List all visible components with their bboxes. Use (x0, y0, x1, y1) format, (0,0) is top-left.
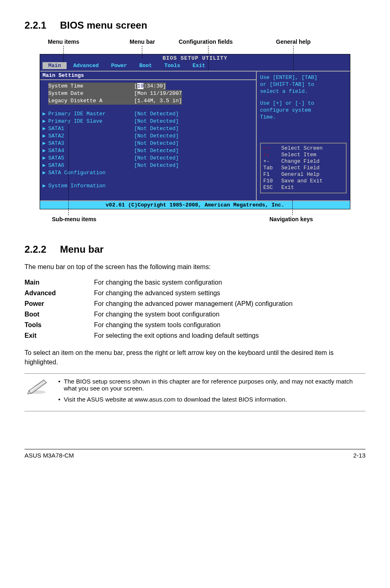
table-row: MainFor changing the basic system config… (25, 277, 365, 288)
chevron-right-icon: ▶ (43, 132, 48, 140)
footer-right: 2-13 (353, 452, 365, 459)
note-list: The BIOS setup screens shown in this cha… (56, 378, 364, 407)
list-item: Visit the ASUS website at www.asus.com t… (64, 396, 364, 403)
row-spacer (43, 177, 253, 182)
row-spacer (43, 105, 253, 110)
section-heading-1: 2.2.1 BIOS menu screen (25, 20, 365, 31)
chevron-right-icon: ▶ (43, 182, 48, 190)
footer-left: ASUS M3A78-CM (25, 452, 74, 459)
section2-intro: The menu bar on top of the screen has th… (25, 263, 365, 272)
row-sata3[interactable]: ▶SATA3[Not Detected] (43, 140, 253, 147)
table-row: ToolsFor changing the system tools confi… (25, 320, 365, 330)
row-sata5[interactable]: ▶SATA5[Not Detected] (43, 155, 253, 162)
chevron-right-icon: ▶ (43, 118, 48, 125)
chevron-right-icon: ▶ (43, 140, 48, 147)
tab-boot[interactable]: Boot (134, 62, 158, 69)
help-line: Use [+] or [-] to (260, 100, 347, 107)
bios-help-panel: Use [ENTER], [TAB] or [SHIFT-TAB] to sel… (256, 71, 350, 200)
tab-main[interactable]: Main (43, 62, 67, 69)
tab-exit[interactable]: Exit (187, 62, 211, 69)
shortcut-legend: ←→Select Screen ↑↓Select Item +-Change F… (260, 143, 347, 193)
section-title: BIOS menu screen (60, 20, 147, 31)
chevron-right-icon: ▶ (43, 162, 48, 169)
label-legacy: Legacy Diskette A (48, 97, 134, 105)
help-line: configure system (260, 107, 347, 114)
annot-sub-menu: Sub-menu items (52, 216, 96, 222)
row-legacy-diskette[interactable]: Legacy Diskette A[1.44M, 3.5 in] (43, 97, 253, 105)
help-line: or [SHIFT-TAB] to (260, 81, 347, 88)
chevron-right-icon: ▶ (43, 147, 48, 155)
arrows-ud-icon: ↑↓ (263, 152, 281, 158)
section-heading-2: 2.2.2 Menu bar (25, 244, 365, 255)
section-number: 2.2.1 (25, 20, 57, 31)
value-system-time: [19:34:30] (134, 83, 166, 90)
table-row: BootFor changing the system boot configu… (25, 309, 365, 320)
row-system-info[interactable]: ▶System Information (43, 182, 253, 190)
arrows-lr-icon: ←→ (263, 145, 281, 152)
bios-menubar: Main Advanced Power Boot Tools Exit (40, 62, 350, 71)
paragraph: To select an item on the menu bar, press… (25, 348, 365, 367)
chevron-right-icon: ▶ (43, 169, 48, 177)
annot-menu-items: Menu items (48, 38, 79, 45)
section-number: 2.2.2 (25, 244, 57, 255)
annot-general-help: General help (276, 38, 311, 45)
row-primary-ide-master[interactable]: ▶Primary IDE Master[Not Detected] (43, 110, 253, 118)
tab-advanced[interactable]: Advanced (67, 62, 104, 69)
help-line: Use [ENTER], [TAB] (260, 74, 347, 81)
table-row: AdvancedFor changing the advanced system… (25, 288, 365, 298)
tab-power[interactable]: Power (105, 62, 133, 69)
help-line: select a field. (260, 88, 347, 95)
pencil-icon (26, 378, 49, 395)
row-sata-config[interactable]: ▶SATA Configuration (43, 169, 253, 177)
bios-window: BIOS SETUP UTILITY Main Advanced Power B… (40, 54, 350, 209)
value-system-date: [Mon 11/19/2007 (134, 90, 182, 97)
annot-menu-bar: Menu bar (130, 38, 155, 45)
row-primary-ide-slave[interactable]: ▶Primary IDE Slave[Not Detected] (43, 118, 253, 125)
top-annotations: Menu items Menu bar Configuration fields… (40, 38, 350, 54)
help-line: Time. (260, 114, 347, 121)
row-system-time[interactable]: System Time[19:34:30] (43, 83, 253, 90)
tab-tools[interactable]: Tools (159, 62, 186, 69)
bios-footer: v02.61 (C)Copyright 1985-2008, American … (40, 200, 350, 209)
section-title: Menu bar (60, 244, 104, 255)
row-sata1[interactable]: ▶SATA1[Not Detected] (43, 125, 253, 132)
annot-nav-keys: Navigation keys (269, 216, 313, 222)
bios-title: BIOS SETUP UTILITY (40, 54, 350, 62)
row-sata6[interactable]: ▶SATA6[Not Detected] (43, 162, 253, 169)
label-system-time: System Time (48, 83, 134, 90)
chevron-right-icon: ▶ (43, 125, 48, 132)
bios-subheader: Main Settings (40, 71, 256, 80)
row-sata4[interactable]: ▶SATA4[Not Detected] (43, 147, 253, 155)
annot-config-fields: Configuration fields (179, 38, 233, 45)
chevron-right-icon: ▶ (43, 110, 48, 118)
label-system-date: System Date (48, 90, 134, 97)
table-row: PowerFor changing the advanced power man… (25, 298, 365, 309)
note-box: The BIOS setup screens shown in this cha… (25, 373, 365, 411)
page-footer: ASUS M3A78-CM 2-13 (25, 449, 365, 459)
row-sata2[interactable]: ▶SATA2[Not Detected] (43, 132, 253, 140)
menu-definitions-table: MainFor changing the basic system config… (25, 277, 365, 341)
value-legacy: [1.44M, 3.5 in] (134, 97, 182, 105)
bottom-annotations: Sub-menu items Navigation keys (40, 209, 350, 227)
row-system-date[interactable]: System Date[Mon 11/19/2007 (43, 90, 253, 97)
list-item: The BIOS setup screens shown in this cha… (64, 378, 364, 392)
row-spacer (43, 190, 253, 198)
table-row: ExitFor selecting the exit options and l… (25, 330, 365, 341)
chevron-right-icon: ▶ (43, 155, 48, 162)
